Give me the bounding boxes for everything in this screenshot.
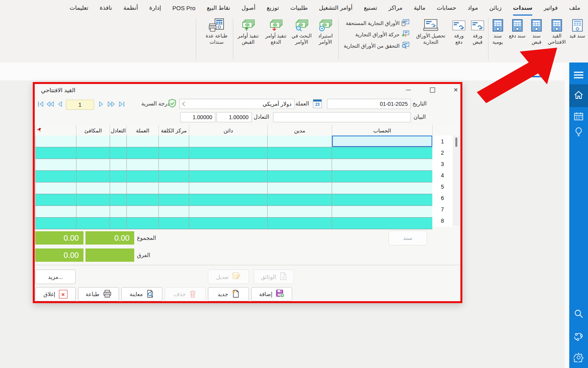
- print-button[interactable]: طباعة: [78, 287, 119, 301]
- ribbon-button-collect-papers[interactable]: تحصيل الأوراق التجارية: [412, 17, 449, 45]
- secrecy-shield-icon[interactable]: [168, 99, 177, 110]
- nav-next-icon[interactable]: [99, 101, 104, 107]
- preview-button[interactable]: معاينة: [121, 287, 162, 301]
- table-cell[interactable]: [35, 218, 76, 229]
- maximize-button[interactable]: [426, 85, 439, 95]
- ribbon-button-execute-receipt-orders[interactable]: تنفيذ أوامر القبض: [235, 17, 261, 45]
- table-cell[interactable]: [110, 206, 126, 217]
- table-cell[interactable]: [267, 218, 332, 229]
- parity-input-2[interactable]: 1.00000: [217, 112, 252, 122]
- menu-item-centers[interactable]: مراكز: [389, 0, 403, 16]
- table-cell[interactable]: [35, 171, 76, 182]
- column-header-account[interactable]: الحساب: [332, 125, 432, 136]
- table-cell[interactable]: [189, 171, 267, 182]
- table-cell[interactable]: [332, 182, 432, 194]
- table-cell[interactable]: [110, 171, 126, 182]
- ribbon-item-verify-papers[interactable]: التحقق من الأوراق التجارية: [344, 40, 409, 52]
- ribbon-button-execute-payment-orders[interactable]: تنفيذ أوامر الدفع: [263, 17, 289, 45]
- table-cell[interactable]: [76, 147, 110, 159]
- table-cell[interactable]: [35, 194, 76, 205]
- table-cell[interactable]: [126, 182, 158, 194]
- table-cell[interactable]: [158, 171, 189, 182]
- menu-item-help[interactable]: تعليمات: [69, 0, 88, 16]
- add-button[interactable]: إضافة: [251, 287, 292, 301]
- sidebar-menu-button[interactable]: [569, 67, 588, 84]
- table-cell[interactable]: [126, 147, 158, 159]
- table-cell[interactable]: [35, 159, 76, 170]
- menu-item-vouchers[interactable]: سندات: [513, 0, 533, 16]
- table-cell[interactable]: [267, 182, 332, 194]
- new-button[interactable]: جديد: [208, 287, 249, 301]
- ribbon-button-journal-voucher[interactable]: سند قيد: [568, 17, 587, 45]
- nav-fast-back-icon[interactable]: [46, 101, 54, 107]
- minimize-button[interactable]: [402, 85, 414, 95]
- delete-button[interactable]: حذف: [165, 287, 206, 301]
- table-cell[interactable]: [126, 136, 158, 147]
- table-cell[interactable]: [126, 171, 158, 182]
- menu-item-pos-pro[interactable]: POS Pro: [172, 0, 195, 16]
- table-cell[interactable]: [158, 159, 189, 170]
- table-cell[interactable]: [158, 136, 189, 147]
- table-cell[interactable]: [332, 147, 432, 159]
- table-cell[interactable]: [110, 136, 126, 147]
- column-header-debit[interactable]: مدين: [267, 125, 332, 136]
- table-cell[interactable]: [76, 171, 110, 182]
- table-cell[interactable]: [158, 147, 189, 159]
- table-cell[interactable]: [332, 218, 432, 229]
- table-cell[interactable]: [267, 206, 332, 217]
- table-cell[interactable]: [158, 218, 189, 229]
- calendar-picker-icon[interactable]: 23: [313, 99, 322, 108]
- table-cell[interactable]: [126, 206, 158, 217]
- table-cell[interactable]: [110, 182, 126, 194]
- table-cell[interactable]: [35, 206, 76, 217]
- menu-item-window[interactable]: نافذة: [100, 0, 112, 16]
- table-cell[interactable]: [332, 171, 432, 182]
- selected-account-cell[interactable]: [332, 136, 432, 147]
- record-number-input[interactable]: 1: [66, 100, 94, 110]
- tab-default[interactable]: افتراضي: [519, 66, 544, 77]
- ribbon-button-search-orders[interactable]: البحث في الأوامر: [290, 17, 313, 45]
- ribbon-button-payment-voucher[interactable]: سند دفع: [508, 17, 526, 45]
- table-cell[interactable]: [332, 194, 432, 205]
- edit-button[interactable]: تعديل: [208, 270, 249, 284]
- nav-fast-forward-icon[interactable]: [108, 101, 115, 107]
- table-cell[interactable]: [76, 136, 110, 147]
- ribbon-button-receipt-voucher[interactable]: سند قبض: [527, 17, 546, 45]
- table-cell[interactable]: [76, 218, 110, 229]
- parity-input-1[interactable]: 1.00000: [180, 112, 215, 122]
- ribbon-button-import-orders[interactable]: استيراد الأوامر: [314, 17, 336, 45]
- table-cell[interactable]: [35, 147, 76, 159]
- table-cell[interactable]: [267, 194, 332, 205]
- table-cell[interactable]: [189, 206, 267, 217]
- table-cell[interactable]: [189, 159, 267, 170]
- ribbon-button-daily-voucher[interactable]: سند يومية: [488, 17, 507, 45]
- menu-item-pos[interactable]: نقاط البيع: [207, 0, 230, 16]
- sanad-button[interactable]: سند: [389, 230, 427, 245]
- menu-item-file[interactable]: ملف: [569, 0, 580, 16]
- menu-item-customers[interactable]: زبائن: [489, 0, 502, 16]
- menu-item-systems[interactable]: أنظمة: [123, 0, 138, 16]
- table-cell[interactable]: [267, 136, 332, 147]
- sidebar-calendar-button[interactable]: [569, 109, 588, 126]
- more-button[interactable]: مزيد...: [35, 270, 76, 284]
- menu-item-finance[interactable]: مالية: [414, 0, 426, 16]
- table-cell[interactable]: [126, 159, 158, 170]
- nav-last-icon[interactable]: [119, 101, 125, 107]
- table-cell[interactable]: [332, 206, 432, 217]
- table-cell[interactable]: [158, 182, 189, 194]
- table-cell[interactable]: [267, 147, 332, 159]
- ribbon-button-opening-entry[interactable]: القيد الافتتاحي: [547, 17, 567, 45]
- date-input[interactable]: 01-01-2025: [327, 99, 411, 109]
- menu-item-assets[interactable]: أصول: [242, 0, 256, 16]
- table-cell[interactable]: [332, 159, 432, 170]
- table-cell[interactable]: [158, 194, 189, 205]
- table-cell[interactable]: [267, 159, 332, 170]
- table-cell[interactable]: [126, 218, 158, 229]
- documents-button[interactable]: الوثائق: [254, 270, 294, 284]
- menu-item-invoices[interactable]: فواتير: [544, 0, 558, 16]
- column-header-equivalent[interactable]: المكافئ: [76, 125, 110, 136]
- close-button[interactable]: إغلاق ×: [35, 287, 76, 301]
- close-window-button[interactable]: ×: [449, 85, 462, 95]
- pin-column-header[interactable]: [35, 125, 76, 136]
- sidebar-ideas-button[interactable]: [569, 124, 588, 142]
